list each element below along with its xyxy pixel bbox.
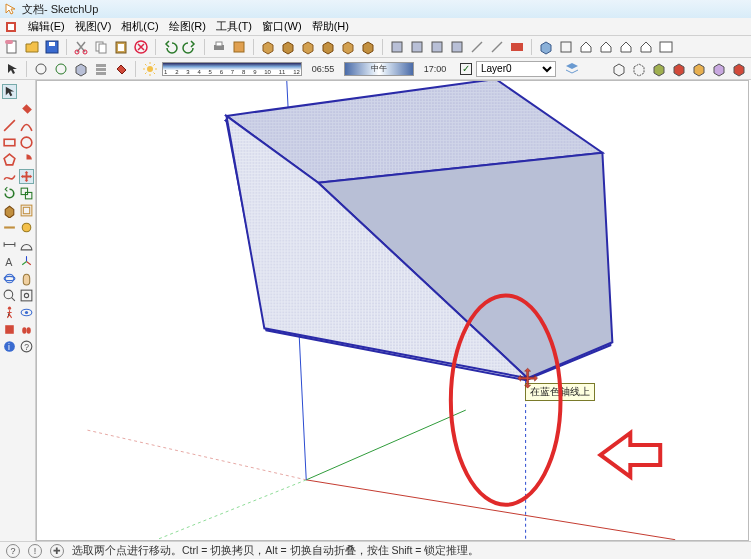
paint-tool[interactable] (19, 101, 34, 116)
menu-tools[interactable]: 工具(T) (216, 19, 252, 34)
divider2-icon[interactable] (489, 39, 505, 55)
model-info-icon[interactable] (231, 39, 247, 55)
eraser-tool[interactable] (2, 101, 17, 116)
solid-cyl-icon[interactable] (300, 39, 316, 55)
dimension-tool[interactable] (2, 237, 17, 252)
followme-tool[interactable] (2, 220, 17, 235)
menu-edit[interactable]: 编辑(E) (28, 19, 65, 34)
scene-icon[interactable] (509, 39, 525, 55)
circle-tool[interactable] (19, 135, 34, 150)
menu-camera[interactable]: 相机(C) (121, 19, 158, 34)
zoom-tool[interactable] (2, 288, 17, 303)
paste-icon[interactable] (113, 39, 129, 55)
orbit-icon[interactable] (53, 61, 69, 77)
svg-rect-26 (96, 72, 106, 75)
section-icon[interactable] (389, 39, 405, 55)
house4-icon[interactable] (638, 39, 654, 55)
polygon-tool[interactable] (2, 152, 17, 167)
time-slider[interactable]: 中午 (344, 62, 414, 76)
browser-icon[interactable] (658, 39, 674, 55)
axes-tool[interactable] (19, 254, 34, 269)
walk-tool[interactable] (2, 305, 17, 320)
section-tool[interactable] (2, 322, 17, 337)
layer-dropdown[interactable]: Layer0 (476, 61, 556, 77)
status-icon-3[interactable]: ✚ (50, 544, 64, 558)
paint-bucket-icon[interactable] (113, 61, 129, 77)
arc-tool[interactable] (19, 118, 34, 133)
date-slider[interactable]: 123456789101112 (162, 62, 302, 76)
tool-palette: A i? (0, 80, 36, 541)
move-tool[interactable] (19, 169, 34, 184)
redo-icon[interactable] (182, 39, 198, 55)
menu-help[interactable]: 帮助(H) (312, 19, 349, 34)
solid-box-icon[interactable] (260, 39, 276, 55)
delete-icon[interactable] (133, 39, 149, 55)
rect-tool[interactable] (2, 135, 17, 150)
look-tool[interactable] (19, 305, 34, 320)
title-doc: 文档 (22, 2, 44, 17)
copy-icon[interactable] (93, 39, 109, 55)
svg-rect-45 (5, 325, 14, 334)
section2-icon[interactable] (409, 39, 425, 55)
svg-rect-17 (432, 42, 442, 52)
stack-icon[interactable] (93, 61, 109, 77)
sun-icon[interactable] (142, 61, 158, 77)
svg-rect-18 (452, 42, 462, 52)
line-tool[interactable] (2, 118, 17, 133)
app-cursor-icon (4, 2, 18, 16)
rotate-tool[interactable] (2, 186, 17, 201)
pushpull-tool[interactable] (2, 203, 17, 218)
solid-box2-icon[interactable] (280, 39, 296, 55)
viewport[interactable]: 在蓝色轴线上 (36, 80, 749, 541)
pie-tool[interactable] (19, 152, 34, 167)
solid-prism-icon[interactable] (360, 39, 376, 55)
layer-manage-icon[interactable] (564, 61, 580, 77)
print-icon[interactable] (211, 39, 227, 55)
menu-view[interactable]: 视图(V) (75, 19, 112, 34)
status-icon-1[interactable]: ? (6, 544, 20, 558)
section4-icon[interactable] (449, 39, 465, 55)
help-tool[interactable]: ? (19, 339, 34, 354)
style-tex-icon[interactable] (671, 61, 687, 77)
save-icon[interactable] (44, 39, 60, 55)
house2-icon[interactable] (598, 39, 614, 55)
svg-rect-31 (21, 188, 27, 194)
divider-icon[interactable] (469, 39, 485, 55)
menu-draw[interactable]: 绘图(R) (169, 19, 206, 34)
undo-icon[interactable] (162, 39, 178, 55)
status-icon-2[interactable]: ! (28, 544, 42, 558)
svg-rect-20 (561, 42, 571, 52)
menu-window[interactable]: 窗口(W) (262, 19, 302, 34)
cut-icon[interactable] (73, 39, 89, 55)
solid-sphere-icon[interactable] (320, 39, 336, 55)
house-icon[interactable] (578, 39, 594, 55)
feet-tool[interactable] (19, 322, 34, 337)
layer-visible-checkbox[interactable]: ✓ (460, 63, 472, 75)
offset-tool[interactable] (19, 203, 34, 218)
time-left-label: 06:55 (306, 64, 340, 74)
style-shaded-icon[interactable] (651, 61, 667, 77)
style-hidden-icon[interactable] (631, 61, 647, 77)
orbit-tool[interactable] (2, 271, 17, 286)
zoom-extents-tool[interactable] (19, 288, 34, 303)
scale-tool[interactable] (19, 186, 34, 201)
style-mono-icon[interactable] (691, 61, 707, 77)
iso-cube-icon[interactable] (73, 61, 89, 77)
protractor-tool[interactable] (19, 237, 34, 252)
section3-icon[interactable] (429, 39, 445, 55)
info-tool[interactable]: i (2, 339, 17, 354)
style-xray-icon[interactable] (711, 61, 727, 77)
svg-rect-15 (392, 42, 402, 52)
outline-icon[interactable] (558, 39, 574, 55)
open-icon[interactable] (24, 39, 40, 55)
house3-icon[interactable] (618, 39, 634, 55)
text-tool[interactable]: A (2, 254, 17, 269)
circle-view-icon[interactable] (33, 61, 49, 77)
style-wire-icon[interactable] (611, 61, 627, 77)
tape-tool[interactable] (19, 220, 34, 235)
solid-cone-icon[interactable] (340, 39, 356, 55)
style-back-icon[interactable] (731, 61, 747, 77)
component-icon[interactable] (538, 39, 554, 55)
pan-tool[interactable] (19, 271, 34, 286)
freehand-tool[interactable] (2, 169, 17, 184)
